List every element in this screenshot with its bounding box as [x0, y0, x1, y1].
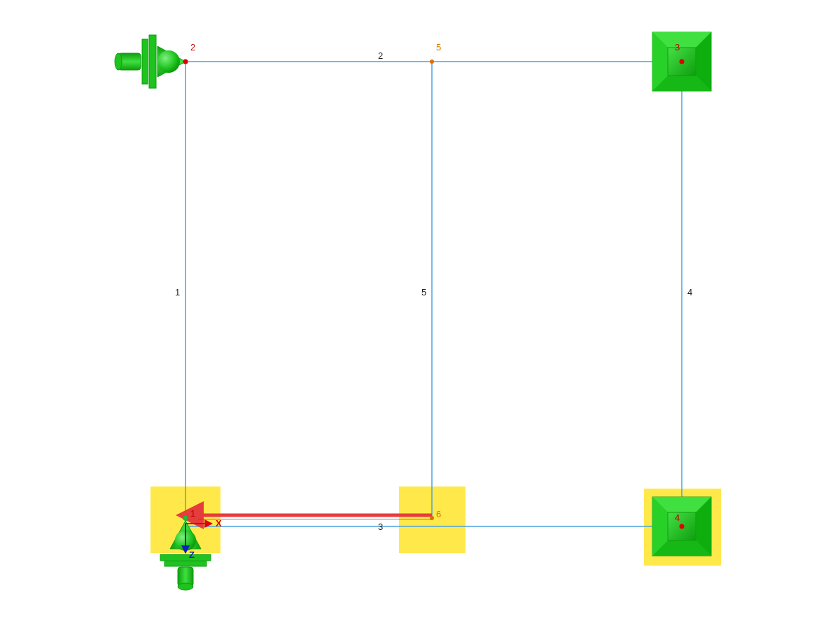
support-node-2[interactable] [115, 35, 186, 88]
rigid-link[interactable] [198, 515, 432, 519]
node-3[interactable] [680, 59, 685, 64]
node-6[interactable] [430, 516, 434, 520]
node-1[interactable] [183, 516, 188, 521]
nodes-layer [183, 59, 685, 529]
svg-point-7 [115, 53, 122, 70]
diagram-canvas[interactable] [0, 0, 840, 630]
svg-rect-11 [164, 561, 206, 566]
svg-rect-10 [160, 554, 211, 561]
svg-rect-4 [149, 35, 156, 88]
svg-rect-5 [142, 39, 148, 84]
node-5[interactable] [430, 59, 434, 64]
node-4[interactable] [680, 524, 685, 529]
node-2[interactable] [183, 59, 188, 64]
members-layer [186, 62, 682, 526]
svg-point-13 [178, 583, 193, 590]
svg-point-3 [158, 50, 180, 73]
